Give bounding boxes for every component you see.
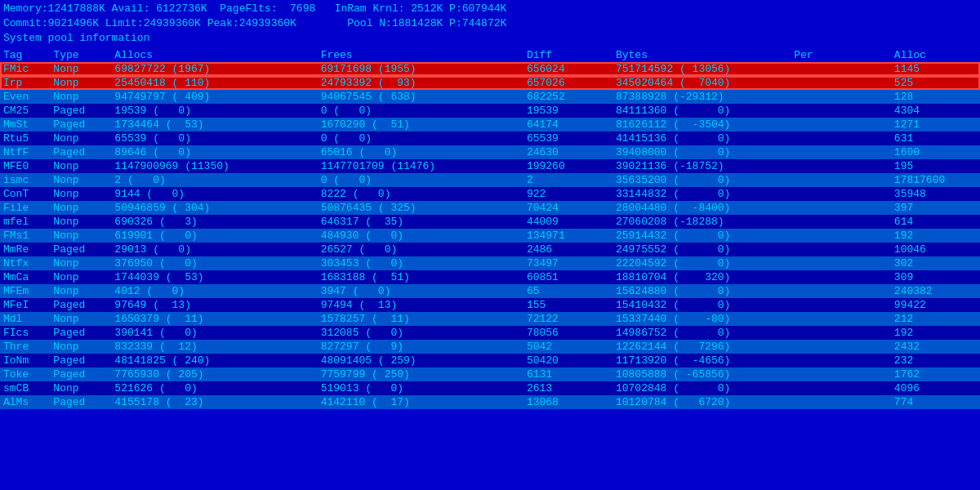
cell-tag: Rtu5: [0, 131, 50, 145]
cell-frees: 94067545 ( 638): [318, 90, 523, 104]
cell-tag: MFE0: [0, 159, 50, 173]
table-row: Irp Nonp 25450418 ( 110) 24793392 ( 93) …: [0, 76, 980, 90]
table-row: Toke Paged 7765930 ( 205) 7759799 ( 250)…: [0, 368, 980, 381]
table-row: MFE0 Nonp 1147900969 (11350) 1147701709 …: [0, 159, 980, 173]
col-header-frees: Frees: [318, 48, 523, 62]
cell-type: Nonp: [50, 284, 111, 298]
cell-diff: 2: [523, 173, 612, 187]
table-row: FIcs Paged 390141 ( 0) 312085 ( 0) 78056…: [0, 326, 980, 340]
table-row: AlMs Paged 4155178 ( 23) 4142110 ( 17) 1…: [0, 395, 980, 409]
table-row: File Nonp 50946859 ( 304) 50876435 ( 325…: [0, 201, 980, 215]
cell-type: Nonp: [50, 62, 111, 76]
cell-frees: 303453 ( 0): [318, 256, 523, 270]
cell-alloc: 99422: [891, 298, 980, 312]
cell-bytes: 87388928 (-29312): [612, 90, 791, 104]
cell-allocs: 376950 ( 0): [111, 256, 317, 270]
cell-allocs: 1734464 ( 53): [111, 118, 317, 131]
cell-alloc: 774: [891, 395, 980, 409]
cell-allocs: 97649 ( 13): [111, 298, 317, 312]
cell-bytes: 10120784 ( 6720): [612, 395, 791, 409]
cell-bytes: 15410432 ( 0): [612, 298, 791, 312]
cell-alloc: 240382: [891, 284, 980, 298]
cell-frees: 69171698 (1955): [318, 62, 523, 76]
cell-type: Nonp: [50, 187, 111, 201]
cell-tag: Irp: [0, 76, 50, 90]
cell-per: [791, 368, 891, 381]
cell-tag: Toke: [0, 368, 50, 381]
cell-frees: 65016 ( 0): [318, 145, 523, 159]
cell-type: Nonp: [50, 201, 111, 215]
cell-alloc: 525: [891, 76, 980, 90]
cell-tag: Thre: [0, 340, 50, 354]
cell-allocs: 4155178 ( 23): [111, 395, 317, 409]
col-header-bytes: Bytes: [612, 48, 791, 62]
cell-per: [791, 395, 891, 409]
cell-tag: CM25: [0, 104, 50, 118]
table-row: MmCa Nonp 1744039 ( 53) 1683188 ( 51) 60…: [0, 270, 980, 284]
cell-allocs: 7765930 ( 205): [111, 368, 317, 381]
cell-bytes: 41415136 ( 0): [612, 131, 791, 145]
cell-alloc: 10046: [891, 243, 980, 256]
cell-per: [791, 90, 891, 104]
table-row: ConT Nonp 9144 ( 0) 8222 ( 0) 922 331448…: [0, 187, 980, 201]
cell-bytes: 18810704 ( 320): [612, 270, 791, 284]
cell-type: Nonp: [50, 270, 111, 284]
cell-alloc: 192: [891, 229, 980, 243]
cell-type: Paged: [50, 104, 111, 118]
cell-alloc: 302: [891, 256, 980, 270]
cell-alloc: 614: [891, 215, 980, 229]
cell-allocs: 2 ( 0): [111, 173, 317, 187]
cell-tag: Ntfx: [0, 256, 50, 270]
table-row: ismc Nonp 2 ( 0) 0 ( 0) 2 35635200 ( 0) …: [0, 173, 980, 187]
table-row: FMic Nonp 69827722 (1967) 69171698 (1955…: [0, 62, 980, 76]
cell-allocs: 390141 ( 0): [111, 326, 317, 340]
cell-diff: 6131: [523, 368, 612, 381]
cell-per: [791, 76, 891, 90]
cell-diff: 199260: [523, 159, 612, 173]
cell-alloc: 631: [891, 131, 980, 145]
cell-type: Paged: [50, 354, 111, 368]
cell-bytes: 35635200 ( 0): [612, 173, 791, 187]
cell-frees: 97494 ( 13): [318, 298, 523, 312]
cell-diff: 50420: [523, 354, 612, 368]
header-line-2: Commit:9021496K Limit:24939360K Peak:249…: [3, 16, 977, 31]
col-header-allocs: Allocs: [111, 48, 317, 62]
cell-tag: ConT: [0, 187, 50, 201]
table-header-row: Tag Type Allocs Frees Diff Bytes Per All…: [0, 48, 980, 62]
cell-per: [791, 354, 891, 368]
cell-type: Nonp: [50, 76, 111, 90]
cell-tag: mfel: [0, 215, 50, 229]
table-row: MFeI Paged 97649 ( 13) 97494 ( 13) 155 1…: [0, 298, 980, 312]
cell-alloc: 1271: [891, 118, 980, 131]
cell-allocs: 619901 ( 0): [111, 229, 317, 243]
cell-bytes: 751714592 ( 13056): [612, 62, 791, 76]
cell-alloc: 17817600: [891, 173, 980, 187]
cell-allocs: 1650379 ( 11): [111, 312, 317, 326]
cell-diff: 2486: [523, 243, 612, 256]
cell-per: [791, 201, 891, 215]
cell-frees: 484930 ( 0): [318, 229, 523, 243]
cell-frees: 1147701709 (11476): [318, 159, 523, 173]
cell-type: Paged: [50, 145, 111, 159]
cell-allocs: 1147900969 (11350): [111, 159, 317, 173]
cell-type: Paged: [50, 243, 111, 256]
cell-bytes: 22204592 ( 0): [612, 256, 791, 270]
cell-tag: FMs1: [0, 229, 50, 243]
cell-diff: 72122: [523, 312, 612, 326]
col-header-per: Per: [791, 48, 891, 62]
cell-frees: 0 ( 0): [318, 131, 523, 145]
cell-allocs: 25450418 ( 110): [111, 76, 317, 90]
table-row: FMs1 Nonp 619901 ( 0) 484930 ( 0) 134971…: [0, 229, 980, 243]
cell-bytes: 10702848 ( 0): [612, 381, 791, 395]
cell-per: [791, 118, 891, 131]
cell-per: [791, 131, 891, 145]
cell-bytes: 84111360 ( 0): [612, 104, 791, 118]
cell-tag: ismc: [0, 173, 50, 187]
col-header-tag: Tag: [0, 48, 50, 62]
header-line-3: System pool information: [3, 31, 977, 46]
cell-frees: 7759799 ( 250): [318, 368, 523, 381]
table-row: IoNm Paged 48141825 ( 240) 48091405 ( 25…: [0, 354, 980, 368]
cell-alloc: 4096: [891, 381, 980, 395]
cell-tag: File: [0, 201, 50, 215]
cell-frees: 4142110 ( 17): [318, 395, 523, 409]
